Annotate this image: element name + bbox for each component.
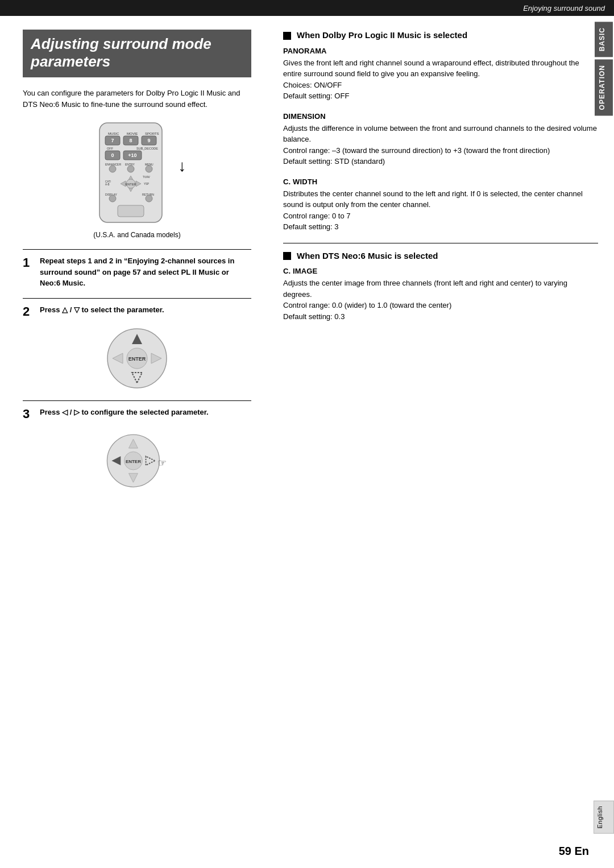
svg-text:ENTER: ENTER [125, 458, 140, 464]
main-content: Adjusting surround mode parameters You c… [0, 16, 614, 516]
svg-text:SPORTS: SPORTS [145, 132, 159, 135]
svg-point-35 [146, 195, 152, 202]
step-3-number: 3 [23, 408, 35, 420]
nav-updown-svg: ENTER [105, 326, 170, 391]
svg-rect-36 [118, 205, 144, 217]
svg-text:TV/AV: TV/AV [143, 176, 150, 179]
page-number: 59 En [559, 845, 589, 858]
right-sidebar: BASIC OPERATION [594, 16, 614, 300]
operation-tab: OPERATION [595, 59, 613, 115]
section-divider [283, 243, 598, 243]
cwidth-section: C. WIDTH Distributes the center channel … [283, 177, 598, 233]
cimage-body: Adjusts the center image from three chan… [283, 278, 598, 322]
svg-text:ENTER: ENTER [125, 183, 136, 186]
dts-section-header: When DTS Neo:6 Music is selected [283, 250, 598, 262]
step-1-text: Repeat steps 1 and 2 in “Enjoying 2-chan… [40, 255, 251, 289]
top-bar-title: Enjoying surround sound [523, 4, 605, 13]
svg-text:9: 9 [147, 138, 150, 143]
svg-text:☞: ☞ [157, 457, 166, 469]
remote-image: MUSIC MOVIE SPORTS 7 8 9 OFF SUB_DECODE … [88, 120, 176, 231]
remote-area: MUSIC MOVIE SPORTS 7 8 9 OFF SUB_DECODE … [23, 120, 251, 239]
step-1: 1 Repeat steps 1 and 2 in “Enjoying 2-ch… [23, 249, 251, 289]
svg-text:YSP: YSP [144, 183, 149, 185]
step-2-text: Press △ / ▽ to select the parameter. [40, 304, 164, 316]
dolby-section: When Dolby Pro Logic II Music is selecte… [283, 30, 598, 233]
svg-point-34 [109, 195, 116, 202]
step-2: 2 Press △ / ▽ to select the parameter. [23, 298, 251, 391]
panorama-body: Gives the front left and right channel s… [283, 57, 598, 102]
dimension-title: DIMENSION [283, 112, 598, 121]
svg-point-20 [127, 166, 134, 172]
down-arrow-indicator: ↓ [179, 157, 186, 175]
dolby-section-title: When Dolby Pro Logic II Music is selecte… [297, 30, 467, 41]
panorama-section: PANORAMA Gives the front left and right … [283, 47, 598, 102]
dolby-section-header: When Dolby Pro Logic II Music is selecte… [283, 30, 598, 41]
panorama-title: PANORAMA [283, 47, 598, 55]
language-tab-area: English [594, 801, 614, 834]
top-bar: Enjoying surround sound [0, 0, 614, 16]
right-column: When Dolby Pro Logic II Music is selecte… [267, 16, 614, 516]
svg-text:0: 0 [111, 152, 114, 158]
title-box: Adjusting surround mode parameters [23, 30, 251, 77]
black-square-icon-2 [283, 252, 291, 260]
dts-section-title: When DTS Neo:6 Music is selected [297, 250, 438, 262]
dts-section: When DTS Neo:6 Music is selected C. IMAG… [283, 250, 598, 323]
dimension-section: DIMENSION Adjusts the difference in volu… [283, 112, 598, 167]
step-1-number: 1 [23, 257, 35, 269]
intro-text: You can configure the parameters for Dol… [23, 88, 251, 110]
step-3: 3 Press ◁ / ▷ to configure the selected … [23, 400, 251, 494]
svg-text:MUSIC: MUSIC [108, 132, 119, 135]
left-column: Adjusting surround mode parameters You c… [0, 16, 267, 516]
svg-text:MOVIE: MOVIE [127, 132, 138, 135]
svg-point-21 [146, 166, 152, 172]
svg-text:8: 8 [129, 138, 132, 143]
svg-text:7: 7 [111, 138, 114, 143]
svg-text:+10: +10 [128, 152, 136, 158]
svg-point-19 [109, 166, 116, 172]
svg-text:A-B: A-B [105, 183, 110, 186]
cimage-section: C. IMAGE Adjusts the center image from t… [283, 267, 598, 322]
page-title: Adjusting surround mode parameters [31, 35, 243, 71]
cwidth-title: C. WIDTH [283, 177, 598, 186]
step-2-nav-image: ENTER [23, 326, 251, 391]
step-3-nav-image: ENTER ☞ [23, 428, 251, 494]
svg-text:SUB_DECODE: SUB_DECODE [136, 147, 158, 150]
nav-leftright-svg: ENTER ☞ [105, 428, 170, 494]
remote-caption: (U.S.A. and Canada models) [93, 231, 180, 239]
svg-text:OFF: OFF [107, 147, 114, 150]
language-tab: English [594, 801, 614, 834]
cwidth-body: Distributes the center channel sound to … [283, 188, 598, 233]
svg-text:ENTER: ENTER [128, 356, 146, 362]
step-2-number: 2 [23, 305, 35, 318]
cimage-title: C. IMAGE [283, 267, 598, 275]
dimension-body: Adjusts the difference in volume between… [283, 123, 598, 167]
basic-tab: BASIC [595, 22, 613, 57]
step-3-text: Press ◁ / ▷ to configure the selected pa… [40, 407, 209, 418]
black-square-icon [283, 32, 291, 40]
